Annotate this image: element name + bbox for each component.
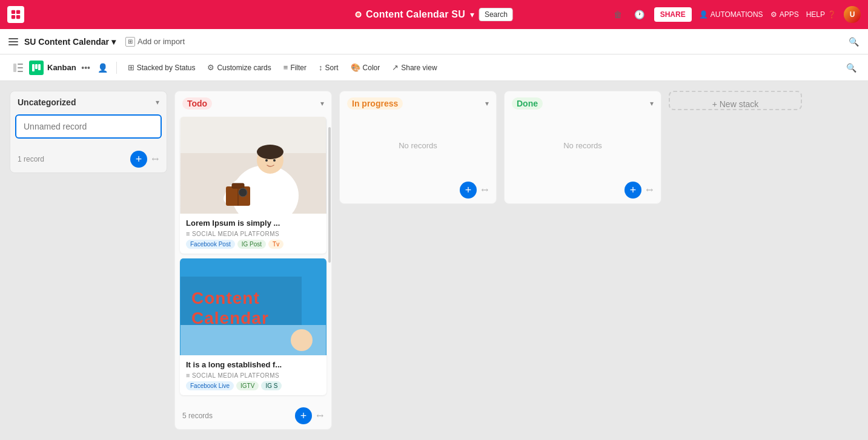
expand-icon-inprogress[interactable]: ⤢: [479, 184, 491, 196]
sort-icon: ↕: [319, 63, 323, 72]
expand-icon-todo[interactable]: ⤢: [314, 410, 326, 422]
column-header-done: Done ▾: [505, 91, 661, 114]
no-records-inprogress: No records: [345, 117, 491, 174]
svg-rect-8: [18, 64, 23, 65]
column-title-inprogress: In progress: [347, 97, 403, 110]
tag-igtv: IGTV: [236, 381, 259, 390]
svg-point-23: [265, 159, 268, 162]
column-body-inprogress: No records: [340, 114, 496, 177]
kanban-view-icon: [29, 61, 44, 75]
svg-rect-10: [18, 71, 23, 72]
share-view-button[interactable]: ↗ Share view: [387, 61, 442, 74]
stacked-icon: ⊞: [128, 63, 134, 72]
column-header-inprogress: In progress ▾: [340, 91, 496, 114]
automations-icon: 👤: [699, 10, 708, 19]
svg-rect-2: [12, 15, 15, 19]
svg-rect-6: [8, 44, 18, 45]
add-import-button[interactable]: ⊞ Add or import: [125, 37, 185, 47]
share-view-icon: ↗: [392, 63, 399, 72]
add-record-button-inprogress[interactable]: +: [460, 182, 477, 199]
svg-rect-9: [18, 67, 23, 68]
history-icon[interactable]: 🕐: [632, 7, 647, 22]
workspace-bar: SU Content Calendar ▾ ⊞ Add or import 🔍: [0, 29, 868, 54]
card-2-title: It is a long established f...: [186, 360, 320, 369]
column-header-todo: Todo ▾: [175, 91, 331, 114]
column-body-todo: Lorem Ipsum is simply ... ≡ SOCIAL MEDIA…: [175, 114, 331, 402]
customize-icon: ⚙: [207, 63, 214, 72]
share-button[interactable]: SHARE: [654, 7, 692, 22]
card-1[interactable]: Lorem Ipsum is simply ... ≡ SOCIAL MEDIA…: [180, 117, 326, 254]
unnamed-record-input[interactable]: [15, 114, 162, 139]
column-footer-done: + ⤢: [505, 177, 661, 203]
help-button[interactable]: HELP ❓: [806, 10, 837, 19]
column-header-uncategorized: Uncategorized ▾: [10, 91, 167, 112]
column-footer-inprogress: + ⤢: [340, 177, 496, 203]
page-title: Content Calendar SU: [366, 9, 465, 20]
apps-button[interactable]: ⚙ APPS: [770, 10, 799, 19]
svg-rect-4: [8, 38, 18, 39]
trash-icon[interactable]: 🗑: [611, 7, 625, 22]
expand-icon-uncategorized[interactable]: ⤢: [150, 153, 162, 165]
top-bar: Content Calendar SU ▾ Search 🗑 🕐 SHARE 👤…: [0, 0, 868, 29]
app-logo: [7, 6, 24, 23]
column-chevron-done[interactable]: ▾: [650, 99, 654, 108]
column-footer-uncategorized: 1 record + ⤢: [10, 146, 167, 172]
title-dropdown[interactable]: ▾: [470, 10, 474, 19]
record-count-uncategorized: 1 record: [18, 155, 44, 163]
add-import-icon: ⊞: [125, 37, 135, 47]
add-record-button-todo[interactable]: +: [295, 407, 312, 424]
tag-ig-post: IG Post: [237, 240, 266, 249]
top-bar-right: 🗑 🕐 SHARE 👤 AUTOMATIONS ⚙ APPS HELP ❓ U: [611, 6, 861, 23]
svg-point-20: [239, 188, 247, 197]
svg-point-24: [273, 159, 276, 162]
automations-button[interactable]: 👤 AUTOMATIONS: [699, 10, 763, 19]
color-button[interactable]: 🎨 Color: [346, 61, 385, 74]
toolbar-search-icon[interactable]: 🔍: [844, 61, 858, 75]
svg-point-30: [291, 329, 313, 351]
scroll-indicator-todo: [328, 127, 331, 263]
card-2[interactable]: Content Calendar It is a long establishe…: [180, 258, 326, 395]
filter-icon: ≡: [283, 63, 288, 72]
stacked-by-status-button[interactable]: ⊞ Stacked by Status: [123, 61, 200, 74]
customize-cards-button[interactable]: ⚙ Customize cards: [202, 61, 276, 74]
top-bar-center: Content Calendar SU ▾ Search: [355, 8, 513, 21]
workspace-name[interactable]: SU Content Calendar ▾: [24, 37, 116, 47]
column-done: Done ▾ No records + ⤢: [504, 91, 661, 204]
workspace-search-icon[interactable]: 🔍: [846, 34, 861, 49]
new-stack-column[interactable]: + New stack: [669, 91, 802, 110]
column-body-uncategorized: [10, 112, 167, 146]
tag-tv: Tv: [268, 240, 283, 249]
sidebar-toggle-button[interactable]: [10, 59, 27, 76]
column-chevron-todo[interactable]: ▾: [320, 99, 324, 108]
add-record-button-done[interactable]: +: [624, 182, 641, 199]
view-people-button[interactable]: 👤: [96, 61, 110, 75]
column-footer-todo: 5 records + ⤢: [175, 402, 331, 429]
search-button[interactable]: Search: [479, 8, 513, 21]
svg-text:Content: Content: [191, 289, 260, 307]
add-record-button-uncategorized[interactable]: +: [130, 151, 147, 168]
avatar[interactable]: U: [844, 6, 861, 23]
card-2-tags: Facebook Live IGTV IG S: [186, 381, 320, 390]
view-name-label: Kanban: [47, 63, 76, 72]
card-1-field-label: ≡ SOCIAL MEDIA PLATFORMS: [186, 230, 320, 237]
column-title-uncategorized: Uncategorized: [18, 97, 76, 107]
card-2-body: It is a long established f... ≡ SOCIAL M…: [180, 355, 326, 395]
column-chevron-inprogress[interactable]: ▾: [485, 99, 489, 108]
card-1-tags: Facebook Post IG Post Tv: [186, 240, 320, 249]
sort-button[interactable]: ↕ Sort: [314, 61, 343, 74]
tag-ig-s: IG S: [261, 381, 282, 390]
card-1-title: Lorem Ipsum is simply ...: [186, 218, 320, 228]
view-options-button[interactable]: •••: [79, 61, 93, 75]
expand-icon-done[interactable]: ⤢: [644, 184, 656, 196]
svg-point-22: [257, 145, 283, 159]
toolbar: Kanban ••• 👤 ⊞ Stacked by Status ⚙ Custo…: [0, 54, 868, 81]
column-chevron-uncategorized[interactable]: ▾: [156, 98, 159, 107]
svg-text:Calendar: Calendar: [191, 309, 269, 327]
color-icon: 🎨: [351, 63, 360, 72]
record-count-todo: 5 records: [182, 412, 213, 420]
column-uncategorized: Uncategorized ▾ 1 record + ⤢: [10, 91, 167, 173]
svg-rect-11: [32, 64, 35, 71]
card-1-body: Lorem Ipsum is simply ... ≡ SOCIAL MEDIA…: [180, 214, 326, 254]
filter-button[interactable]: ≡ Filter: [279, 61, 311, 74]
hamburger-icon[interactable]: [7, 36, 19, 48]
